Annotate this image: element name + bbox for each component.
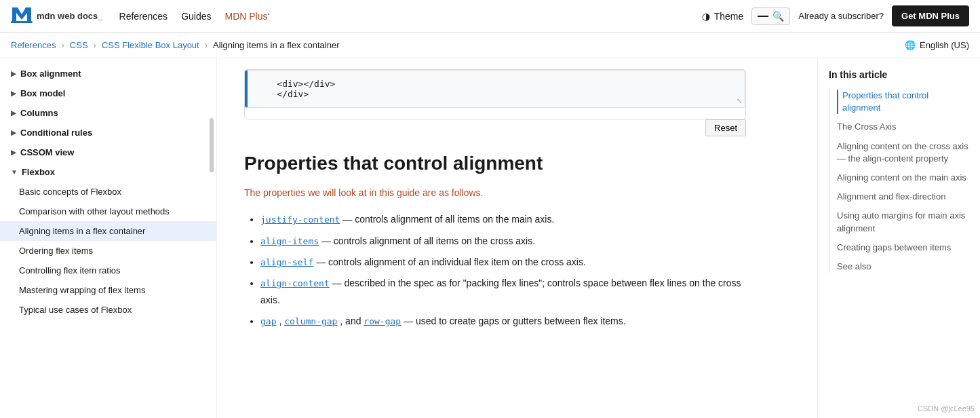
main-content: <div></div> </div> ⤡ Reset Properties th… bbox=[217, 58, 773, 418]
code-block: <div></div> </div> ⤡ bbox=[245, 70, 745, 108]
mdn-plus-dot: • bbox=[268, 11, 270, 17]
arrow-icon: ▶ bbox=[11, 90, 16, 97]
toc-item-properties[interactable]: Properties that control alignment bbox=[837, 90, 969, 114]
list-item: align-content — described in the spec as… bbox=[260, 275, 746, 309]
globe-icon: 🌐 bbox=[905, 40, 916, 50]
breadcrumb-flexbox-layout[interactable]: CSS Flexible Box Layout bbox=[102, 40, 199, 50]
search-underline bbox=[758, 16, 768, 17]
sidebar-item-box-model[interactable]: ▶ Box model bbox=[0, 83, 216, 103]
breadcrumb-references[interactable]: References bbox=[11, 40, 56, 50]
align-items-link[interactable]: align-items bbox=[260, 236, 319, 246]
breadcrumb-current: Aligning items in a flex container bbox=[213, 40, 339, 50]
column-gap-link[interactable]: column-gap bbox=[284, 316, 337, 326]
toc-item-cross-axis[interactable]: The Cross Axis bbox=[837, 121, 969, 133]
arrow-icon: ▶ bbox=[11, 129, 16, 136]
gap-link[interactable]: gap bbox=[260, 316, 276, 326]
toc-item-aligning-cross[interactable]: Aligning content on the cross axis — the… bbox=[837, 140, 969, 165]
subscriber-link[interactable]: Already a subscriber? bbox=[798, 11, 884, 21]
watermark: CSDN @jcLee95 bbox=[918, 404, 975, 413]
sidebar-item-flexbox[interactable]: ▼ Flexbox bbox=[0, 162, 216, 182]
list-item: align-self — controls alignment of an in… bbox=[260, 254, 746, 271]
theme-button[interactable]: ◑ Theme bbox=[702, 11, 744, 22]
toc-item-aligning-main[interactable]: Aligning content on the main axis bbox=[837, 172, 969, 184]
language-button[interactable]: 🌐 English (US) bbox=[905, 40, 969, 50]
nav-references[interactable]: References bbox=[119, 11, 168, 22]
reset-button-wrap: Reset bbox=[244, 119, 746, 136]
sidebar: ▶ Box alignment ▶ Box model ▶ Columns ▶ … bbox=[0, 58, 217, 418]
nav-mdn-plus[interactable]: MDN Plus• bbox=[224, 11, 269, 22]
article-heading: Properties that control alignment bbox=[244, 153, 746, 174]
sidebar-item-conditional-rules[interactable]: ▶ Conditional rules bbox=[0, 123, 216, 142]
logo-text: mdn web docs_ bbox=[37, 11, 103, 21]
list-item: justify-content — controls alignment of … bbox=[260, 211, 746, 228]
logo-icon bbox=[11, 5, 33, 28]
toc-item-auto-margins[interactable]: Using auto margins for main axis alignme… bbox=[837, 210, 969, 234]
list-item: gap , column-gap , and row-gap — used to… bbox=[260, 313, 746, 330]
get-mdn-plus-button[interactable]: Get MDN Plus bbox=[892, 5, 969, 26]
theme-icon: ◑ bbox=[702, 11, 710, 22]
sidebar-item-comparison[interactable]: Comparison with other layout methods bbox=[0, 202, 216, 221]
toc-title: In this article bbox=[829, 69, 969, 80]
arrow-icon: ▶ bbox=[11, 70, 16, 77]
sidebar-item-cssom-view[interactable]: ▶ CSSOM view bbox=[0, 142, 216, 162]
sidebar-item-box-alignment[interactable]: ▶ Box alignment bbox=[0, 64, 216, 83]
sidebar-item-columns[interactable]: ▶ Columns bbox=[0, 103, 216, 123]
justify-content-link[interactable]: justify-content bbox=[260, 214, 340, 225]
sidebar-item-controlling[interactable]: Controlling flex item ratios bbox=[0, 261, 216, 280]
code-text: <div></div> </div> bbox=[256, 79, 737, 99]
align-self-link[interactable]: align-self bbox=[260, 257, 313, 267]
row-gap-link[interactable]: row-gap bbox=[364, 316, 401, 326]
toc-item-flex-direction[interactable]: Alignment and flex-direction bbox=[837, 191, 969, 203]
breadcrumb: References › CSS › CSS Flexible Box Layo… bbox=[0, 33, 980, 58]
sidebar-item-typical-use[interactable]: Typical use cases of Flexbox bbox=[0, 300, 216, 320]
align-content-link[interactable]: align-content bbox=[260, 278, 330, 288]
breadcrumb-css[interactable]: CSS bbox=[70, 40, 88, 50]
top-nav: mdn web docs_ References Guides MDN Plus… bbox=[0, 0, 980, 33]
sidebar-item-basic-concepts[interactable]: Basic concepts of Flexbox bbox=[0, 182, 216, 202]
nav-links: References Guides MDN Plus• bbox=[119, 11, 270, 22]
arrow-open-icon: ▼ bbox=[11, 168, 18, 176]
arrow-icon: ▶ bbox=[11, 149, 16, 156]
search-box[interactable]: 🔍 bbox=[751, 7, 790, 25]
toc-item-see-also[interactable]: See also bbox=[837, 261, 969, 273]
list-item: align-items — controls alignment of all … bbox=[260, 233, 746, 250]
right-toc: In this article Properties that control … bbox=[817, 58, 980, 418]
resize-handle[interactable]: ⤡ bbox=[737, 97, 742, 104]
logo[interactable]: mdn web docs_ bbox=[11, 5, 103, 28]
reset-button[interactable]: Reset bbox=[705, 119, 746, 136]
article-intro: The properties we will look at in this g… bbox=[244, 185, 746, 200]
sidebar-item-mastering-wrapping[interactable]: Mastering wrapping of flex items bbox=[0, 280, 216, 300]
sidebar-wrapper: ▶ Box alignment ▶ Box model ▶ Columns ▶ … bbox=[0, 64, 216, 320]
sidebar-item-ordering[interactable]: Ordering flex items bbox=[0, 241, 216, 261]
arrow-icon: ▶ bbox=[11, 109, 16, 117]
code-demo-frame: <div></div> </div> ⤡ bbox=[244, 69, 746, 119]
article-list: justify-content — controls alignment of … bbox=[260, 211, 746, 330]
search-icon: 🔍 bbox=[772, 11, 784, 22]
nav-guides[interactable]: Guides bbox=[181, 11, 211, 22]
sidebar-item-aligning-items[interactable]: Aligning items in a flex container bbox=[0, 221, 216, 241]
toc-item-gaps[interactable]: Creating gaps between items bbox=[837, 242, 969, 254]
svg-rect-0 bbox=[11, 21, 33, 23]
scroll-indicator bbox=[210, 118, 214, 172]
page-layout: ▶ Box alignment ▶ Box model ▶ Columns ▶ … bbox=[0, 58, 980, 418]
nav-right: ◑ Theme 🔍 Already a subscriber? Get MDN … bbox=[702, 5, 969, 26]
